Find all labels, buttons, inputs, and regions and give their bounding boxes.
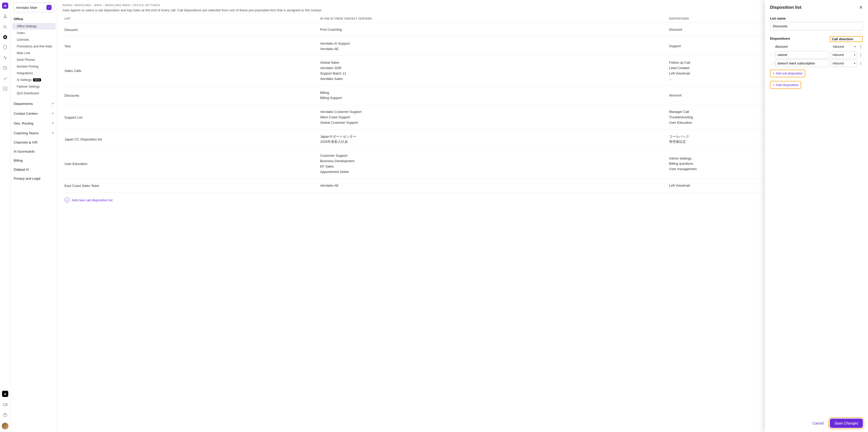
- nav-item[interactable]: Contact Centers+: [10, 108, 57, 118]
- call-direction-select[interactable]: inbound▾: [831, 60, 857, 67]
- nav-item[interactable]: Ai Scorecards: [10, 147, 57, 156]
- call-direction-select[interactable]: inbound▾: [831, 43, 857, 50]
- activity-icon[interactable]: [3, 55, 8, 60]
- history-icon[interactable]: [3, 65, 8, 71]
- cell-list: Discount: [62, 23, 318, 37]
- sidebar-item[interactable]: Integrations: [10, 70, 57, 76]
- cell-centers: Japanサポートセンター2025年度新入社員: [318, 130, 667, 149]
- more-icon[interactable]: ⋮: [859, 53, 863, 57]
- add-disposition-list-button[interactable]: + Add new call disposition list: [62, 193, 863, 207]
- cell-centers: BillingBilling Support: [318, 86, 667, 105]
- workspace-name: Aerolabs Main: [16, 6, 37, 9]
- list-name-label: List name: [770, 16, 863, 20]
- plus-icon[interactable]: +: [52, 111, 54, 116]
- settings-icon[interactable]: [3, 35, 8, 40]
- brand-logo[interactable]: [2, 3, 8, 9]
- plus-icon[interactable]: +: [52, 131, 54, 135]
- sidebar-item[interactable]: Desk Phones: [10, 57, 57, 63]
- table-row[interactable]: Japan CC Disposition list Japanサポートセンター2…: [62, 130, 863, 149]
- breadcrumb-part[interactable]: ADMIN: [62, 4, 72, 7]
- table-row[interactable]: Sales Calls Global SalesAerolabs SDRSupp…: [62, 56, 863, 86]
- cell-list: Japan CC Disposition list: [62, 130, 318, 149]
- breadcrumb-part[interactable]: AEROLABS - MAIN.: [75, 4, 103, 7]
- table-row[interactable]: Discounts BillingBilling Support discoun…: [62, 86, 863, 105]
- table-row[interactable]: Support List Aerolabs Customer SupportWe…: [62, 105, 863, 130]
- sidebar-item[interactable]: Office Settings: [12, 23, 56, 30]
- contacts-icon[interactable]: [3, 24, 8, 29]
- call-direction-select[interactable]: inbound▾: [831, 51, 857, 59]
- table-row[interactable]: Discount First Coaching Discount: [62, 23, 863, 37]
- disposition-row: ⋮⋮ inbound▾ ⋮: [770, 51, 863, 59]
- workspace-selector[interactable]: Aerolabs Main: [13, 3, 55, 12]
- sidebar-item[interactable]: Main Line: [10, 50, 57, 57]
- nav-item[interactable]: Coaching Teams+: [10, 128, 57, 138]
- user-avatar[interactable]: [2, 423, 8, 429]
- new-badge: NEW: [33, 78, 41, 81]
- chevron-down-icon: ▾: [854, 62, 855, 65]
- page-description: Asks agents to select a call disposition…: [57, 8, 868, 15]
- disposition-name-input[interactable]: [775, 60, 829, 67]
- launch-icon[interactable]: [3, 14, 8, 19]
- save-changes-button[interactable]: Save Changes: [830, 419, 863, 428]
- cell-centers: First Coaching: [318, 23, 667, 37]
- apps-icon[interactable]: [3, 86, 8, 91]
- cell-list: Sales Calls: [62, 56, 318, 86]
- main-content: ADMIN / AEROLABS - MAIN. / AEROLABS MAIN…: [57, 0, 868, 432]
- disposition-name-input[interactable]: [775, 51, 829, 59]
- add-sub-disposition-button[interactable]: + Add sub-disposition: [770, 70, 805, 77]
- panel-title: Disposition list: [770, 5, 801, 10]
- sidebar-item[interactable]: Users: [10, 30, 57, 36]
- cancel-button[interactable]: Cancel: [809, 419, 828, 428]
- cell-list: East Coast Sales Team: [62, 179, 318, 193]
- cell-centers: Aerolabs AE: [318, 179, 667, 193]
- plus-icon[interactable]: +: [52, 101, 54, 106]
- ai-icon[interactable]: [2, 391, 8, 397]
- analytics-icon[interactable]: [3, 76, 8, 81]
- more-icon[interactable]: ⋮: [859, 61, 863, 65]
- disposition-table: LIST IN USE IN THESE CONTACT CENTERS: DI…: [62, 15, 863, 193]
- sidebar-item[interactable]: Failover Settings: [10, 83, 57, 90]
- nav-item[interactable]: Departments+: [10, 99, 57, 108]
- svg-point-0: [4, 26, 5, 27]
- nav-item[interactable]: Privacy and Legal: [10, 174, 57, 183]
- close-icon[interactable]: ✕: [859, 5, 863, 10]
- drag-handle-icon[interactable]: ⋮⋮: [770, 62, 774, 65]
- nav-item[interactable]: Dialpad Ai: [10, 165, 57, 174]
- video-icon[interactable]: [3, 402, 8, 407]
- table-row[interactable]: East Coast Sales Team Aerolabs AE Left V…: [62, 179, 863, 193]
- svg-rect-1: [3, 87, 7, 91]
- sidebar-item[interactable]: QoS Dashboard: [10, 90, 57, 97]
- chevron-down-icon: [46, 5, 52, 10]
- cell-list: User Education: [62, 149, 318, 179]
- drag-handle-icon[interactable]: ⋮⋮: [770, 53, 774, 57]
- table-row[interactable]: Test Aerolabs Ai SupportAerolabs AE Supp…: [62, 37, 863, 56]
- sidebar-item[interactable]: Number Porting: [10, 63, 57, 70]
- breadcrumb-part[interactable]: OFFICE SETTINGS: [133, 4, 160, 7]
- cell-centers: Global SalesAerolabs SDRSupport Batch 11…: [318, 56, 667, 86]
- chevron-down-icon: ▾: [854, 54, 855, 56]
- sidebar-item[interactable]: Promotions and free trials: [10, 43, 57, 50]
- breadcrumb-part[interactable]: AEROLABS MAIN: [105, 4, 130, 7]
- cell-centers: Customer SupportBusiness DevelopmentEF S…: [318, 149, 667, 179]
- plus-icon[interactable]: +: [52, 121, 54, 126]
- nav-item[interactable]: Geo. Routing+: [10, 118, 57, 128]
- nav-item[interactable]: Channels & IVR: [10, 138, 57, 147]
- call-direction-label: Call direction: [830, 36, 863, 42]
- table-row[interactable]: User Education Customer SupportBusiness …: [62, 149, 863, 179]
- col-centers: IN USE IN THESE CONTACT CENTERS:: [318, 15, 667, 23]
- shield-icon[interactable]: [3, 45, 8, 50]
- nav-item[interactable]: Billing: [10, 156, 57, 165]
- add-list-label: Add new call disposition list: [72, 198, 113, 202]
- left-rail: [0, 0, 10, 432]
- more-icon[interactable]: ⋮: [859, 44, 863, 49]
- plus-icon: +: [64, 197, 70, 203]
- disposition-name-input[interactable]: [775, 43, 830, 50]
- breadcrumb: ADMIN / AEROLABS - MAIN. / AEROLABS MAIN…: [57, 0, 868, 8]
- add-disposition-button[interactable]: + Add disposition: [770, 81, 801, 89]
- help-icon[interactable]: [3, 412, 8, 418]
- list-name-input[interactable]: [770, 22, 863, 30]
- cell-list: Discounts: [62, 86, 318, 105]
- dispositions-group: inbound▾ ⋮ ⋮⋮ inbound▾ ⋮ ⋮⋮ inbound▾ ⋮ +…: [770, 43, 863, 77]
- sidebar-item[interactable]: Licenses: [10, 36, 57, 43]
- sidebar-item[interactable]: Ai SettingsNEW: [10, 76, 57, 83]
